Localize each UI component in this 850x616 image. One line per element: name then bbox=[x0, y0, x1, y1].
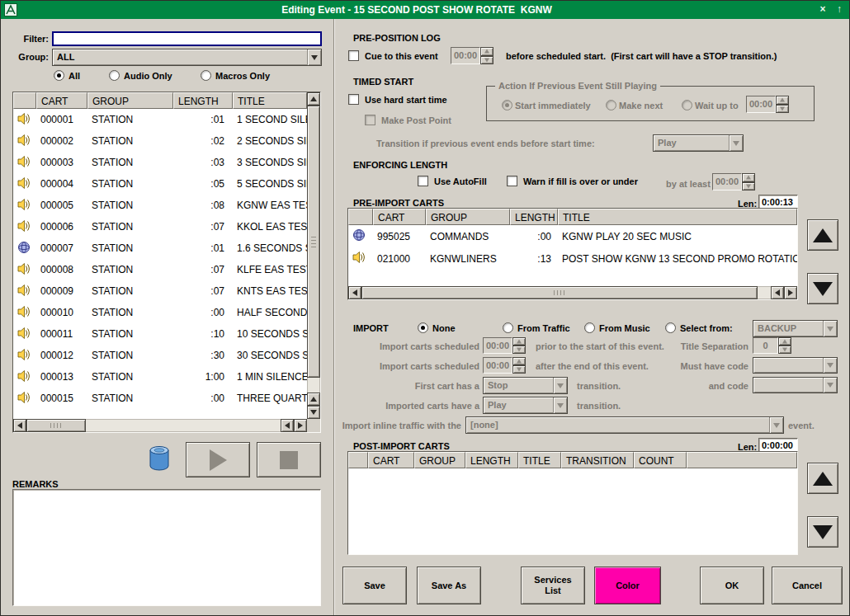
warn-fill-checkbox[interactable] bbox=[507, 176, 517, 186]
services-list-button[interactable]: Services List bbox=[521, 567, 585, 604]
vertical-scroll-thumb[interactable] bbox=[307, 106, 320, 378]
scroll-right-icon[interactable] bbox=[294, 419, 307, 432]
radio-import-none[interactable] bbox=[418, 322, 428, 333]
cart-group: STATION bbox=[87, 221, 173, 233]
radio-macros-only[interactable] bbox=[201, 70, 211, 81]
warn-time-value: 00:00 bbox=[712, 173, 742, 190]
column-header[interactable]: TITLE bbox=[518, 452, 561, 468]
cart-group: STATION bbox=[87, 200, 173, 211]
cart-row[interactable]: 000003 STATION :03 3 SECONDS SILENCE bbox=[13, 152, 307, 173]
cart-row[interactable]: 000007 STATION :01 1.6 SECONDS SILENCE bbox=[13, 237, 307, 259]
scroll-up-icon[interactable] bbox=[307, 393, 320, 406]
group-combobox[interactable]: ALL bbox=[52, 49, 322, 66]
arrow-down-icon bbox=[813, 282, 833, 296]
scroll-down-icon[interactable] bbox=[307, 406, 320, 419]
cart-row[interactable]: 000012 STATION :30 30 SECONDS SILENCE bbox=[13, 345, 307, 366]
horizontal-scroll-thumb[interactable] bbox=[361, 286, 758, 299]
column-header[interactable]: CART bbox=[373, 209, 426, 225]
inline-traffic-value: [none] bbox=[466, 417, 769, 433]
scroll-right-icon[interactable] bbox=[784, 286, 797, 299]
save-button[interactable]: Save bbox=[342, 567, 407, 604]
scroll-left-icon[interactable] bbox=[771, 286, 784, 299]
column-header[interactable]: LENGTH bbox=[510, 209, 558, 225]
pre-import-move-up-button[interactable] bbox=[807, 219, 838, 251]
post-import-move-up-button[interactable] bbox=[807, 463, 838, 494]
cart-length: :30 bbox=[173, 350, 233, 361]
radio-wait-up-to bbox=[682, 100, 692, 111]
cart-row[interactable]: 995025 COMMANDS :00 KGNW PLAY 20 SEC MUS… bbox=[348, 225, 797, 247]
scroll-up-icon[interactable] bbox=[307, 92, 320, 106]
column-header[interactable]: LENGTH bbox=[173, 92, 233, 109]
close-icon[interactable]: × bbox=[816, 3, 829, 16]
horizontal-scrollbar[interactable] bbox=[348, 286, 797, 299]
ok-button[interactable]: OK bbox=[700, 567, 764, 604]
radio-select-from-label: Select from: bbox=[680, 323, 733, 334]
post-import-move-down-button[interactable] bbox=[807, 516, 838, 548]
column-header[interactable]: TRANSITION bbox=[561, 452, 634, 468]
pre-import-move-down-button[interactable] bbox=[807, 273, 838, 304]
scroll-left-icon[interactable] bbox=[13, 419, 26, 432]
column-header[interactable]: TITLE bbox=[558, 209, 797, 225]
cart-length: :07 bbox=[173, 285, 233, 297]
cart-row[interactable]: 000010 STATION :00 HALF SECOND OF bbox=[13, 302, 307, 323]
radio-from-music[interactable] bbox=[584, 322, 595, 333]
cart-row[interactable]: 000004 STATION :05 5 SECONDS SILENCE bbox=[13, 173, 307, 195]
cart-row[interactable]: 000009 STATION :07 KNTS EAS TEST IN bbox=[13, 280, 307, 302]
column-header[interactable]: GROUP bbox=[426, 209, 510, 225]
spin-up-icon bbox=[512, 357, 526, 365]
post-import-table: CARTGROUPLENGTHTITLETRANSITIONCOUNT bbox=[347, 451, 798, 555]
cart-length: :13 bbox=[510, 253, 558, 265]
horizontal-scroll-thumb[interactable] bbox=[26, 419, 86, 432]
cart-row[interactable]: 000008 STATION :07 KLFE EAS TEST IN bbox=[13, 259, 307, 280]
save-as-button[interactable]: Save As bbox=[417, 567, 481, 604]
cart-row[interactable]: 021000 KGNWLINERS :13 POST SHOW KGNW 13 … bbox=[348, 247, 797, 270]
column-header[interactable]: CART bbox=[36, 92, 87, 109]
cancel-button[interactable]: Cancel bbox=[772, 567, 843, 604]
cue-time-value: 00:00 bbox=[451, 47, 480, 64]
cue-to-event-checkbox[interactable] bbox=[348, 50, 359, 61]
arrow-up-icon bbox=[813, 228, 833, 242]
cart-number: 000010 bbox=[36, 307, 87, 318]
column-header[interactable]: CART bbox=[368, 452, 414, 468]
titlebar[interactable]: Editing Event - 15 SECOND POST SHOW ROTA… bbox=[1, 1, 849, 19]
scroll-left-icon[interactable] bbox=[348, 286, 361, 299]
radio-select-from[interactable] bbox=[665, 322, 676, 333]
color-button[interactable]: Color bbox=[594, 567, 661, 604]
spin-up-icon bbox=[742, 173, 755, 182]
hard-start-checkbox[interactable] bbox=[348, 94, 359, 105]
column-header[interactable]: LENGTH bbox=[465, 452, 518, 468]
chevron-down-icon bbox=[553, 378, 567, 393]
cart-row[interactable]: 000002 STATION :02 2 SECONDS SILENCE bbox=[13, 130, 307, 152]
cart-row[interactable]: 000015 STATION :00 THREE QUARTER bbox=[13, 388, 307, 409]
column-header[interactable]: GROUP bbox=[414, 452, 465, 468]
radio-all[interactable] bbox=[54, 70, 64, 81]
sched-prior-label: Import carts scheduled bbox=[347, 341, 479, 352]
column-header[interactable] bbox=[348, 452, 368, 468]
column-header[interactable]: COUNT bbox=[634, 452, 687, 468]
cart-row[interactable]: 000005 STATION :08 KGNW EAS TEST bbox=[13, 195, 307, 216]
cart-row[interactable]: 000011 STATION :10 10 SECONDS SILENCE bbox=[13, 323, 307, 345]
horizontal-scrollbar[interactable] bbox=[13, 419, 307, 432]
cart-row[interactable]: 000013 STATION 1:00 1 MIN SILENCE bbox=[13, 366, 307, 388]
cart-row[interactable]: 000001 STATION :01 1 SECOND SILENCE bbox=[13, 109, 307, 130]
cart-length: :00 bbox=[510, 231, 558, 242]
scroll-left-icon[interactable] bbox=[281, 419, 294, 432]
cart-type-icon bbox=[17, 134, 31, 147]
cart-title: POST SHOW KGNW 13 SECOND PROMO ROTATION bbox=[558, 253, 797, 265]
column-header[interactable] bbox=[348, 209, 373, 225]
remarks-textarea[interactable] bbox=[12, 489, 321, 606]
filter-input[interactable] bbox=[52, 31, 322, 46]
shade-icon[interactable]: ↑ bbox=[833, 3, 846, 16]
radio-audio-only[interactable] bbox=[109, 70, 120, 81]
radio-from-traffic[interactable] bbox=[503, 322, 513, 333]
column-header[interactable] bbox=[13, 92, 36, 109]
column-header[interactable]: TITLE bbox=[233, 92, 307, 109]
pre-import-body: 995025 COMMANDS :00 KGNW PLAY 20 SEC MUS… bbox=[348, 225, 797, 286]
vertical-scrollbar[interactable] bbox=[307, 92, 320, 419]
use-autofill-checkbox[interactable] bbox=[418, 176, 428, 186]
cart-length: :01 bbox=[173, 114, 233, 125]
column-header[interactable]: GROUP bbox=[87, 92, 173, 109]
cart-row[interactable]: 000006 STATION :07 KKOL EAS TEST IN bbox=[13, 216, 307, 237]
cart-length: :00 bbox=[173, 307, 233, 318]
spin-down-icon bbox=[778, 346, 791, 354]
